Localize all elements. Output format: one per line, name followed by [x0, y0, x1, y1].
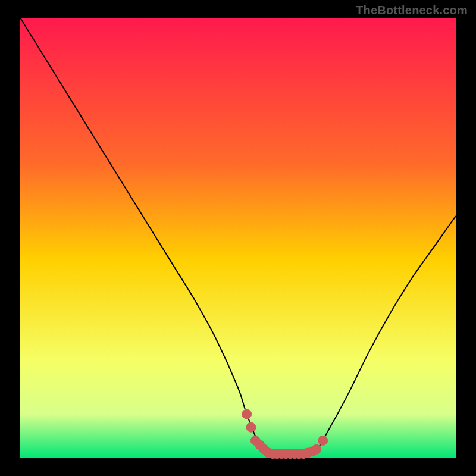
bottleneck-chart: [0, 0, 476, 476]
chart-frame: TheBottleneck.com: [0, 0, 476, 476]
curve-marker: [242, 409, 252, 419]
curve-marker: [246, 422, 256, 432]
curve-marker: [312, 444, 321, 454]
watermark-text: TheBottleneck.com: [356, 4, 468, 17]
gradient-background: [20, 18, 456, 458]
curve-marker: [318, 436, 328, 445]
